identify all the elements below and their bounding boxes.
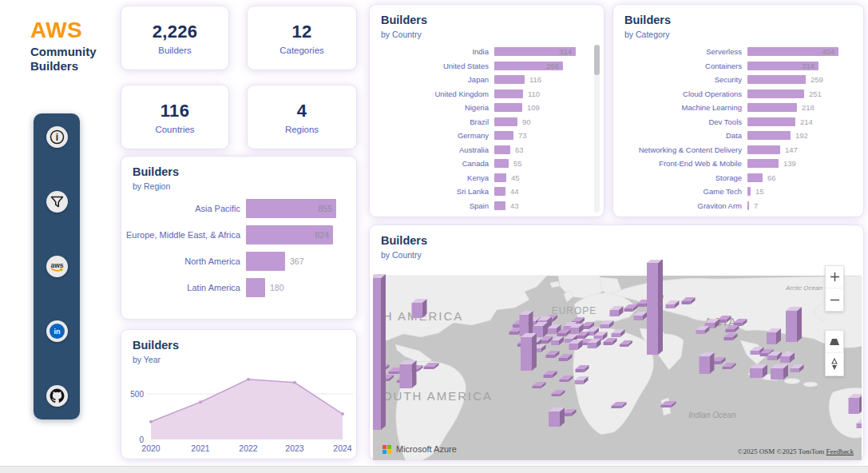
bar[interactable] — [494, 159, 509, 168]
map-column[interactable] — [634, 316, 643, 320]
bar[interactable] — [494, 131, 513, 140]
chart-scrollbar[interactable] — [594, 45, 600, 213]
bar[interactable] — [494, 201, 505, 210]
data-point[interactable] — [199, 400, 202, 403]
bar[interactable] — [747, 201, 749, 210]
map-column[interactable] — [381, 274, 386, 430]
github-button[interactable] — [46, 385, 68, 407]
map-column[interactable] — [412, 360, 417, 388]
filter-button[interactable] — [46, 191, 68, 213]
map-column[interactable] — [570, 328, 579, 334]
bar[interactable] — [747, 187, 751, 196]
map-column[interactable] — [400, 364, 412, 388]
map-column[interactable] — [533, 386, 541, 388]
map-column[interactable] — [549, 411, 560, 427]
data-point[interactable] — [149, 420, 153, 423]
map-column[interactable] — [529, 311, 533, 336]
world-map[interactable]: Arctic OceanArctic OceanNORTH AMERICASOU… — [373, 260, 862, 460]
map-column[interactable] — [424, 367, 434, 369]
map-column[interactable] — [767, 356, 777, 360]
map-column[interactable] — [551, 340, 559, 345]
bar[interactable] — [747, 131, 791, 140]
map-column[interactable] — [786, 311, 797, 342]
map-column[interactable] — [750, 368, 763, 378]
map-column[interactable] — [682, 301, 691, 304]
map-column[interactable] — [780, 356, 790, 363]
map-column[interactable] — [791, 368, 799, 372]
bar[interactable] — [494, 187, 505, 196]
map-column[interactable] — [724, 337, 733, 340]
feedback-link[interactable]: Feedback — [826, 447, 854, 455]
map-column[interactable] — [751, 351, 759, 355]
map-column[interactable] — [600, 324, 609, 328]
map-column[interactable] — [546, 355, 555, 358]
map-column[interactable] — [577, 336, 585, 339]
data-point[interactable] — [341, 412, 344, 415]
bar[interactable] — [747, 89, 804, 98]
page-scrollbar[interactable] — [0, 466, 868, 473]
aws-link-button[interactable]: aws — [46, 256, 68, 277]
map-column[interactable] — [661, 405, 672, 407]
map-column[interactable] — [696, 330, 705, 334]
map-column[interactable] — [771, 368, 783, 380]
map-column[interactable] — [509, 332, 518, 335]
bar[interactable] — [246, 252, 285, 271]
map-column[interactable] — [521, 337, 532, 371]
map-column[interactable] — [612, 333, 620, 337]
bar[interactable] — [494, 89, 523, 98]
map-column[interactable] — [797, 307, 802, 342]
bar[interactable] — [747, 75, 806, 84]
map-column[interactable] — [647, 263, 658, 355]
scrollbar-thumb[interactable] — [594, 45, 600, 75]
bar[interactable] — [494, 117, 517, 126]
map-column[interactable] — [857, 423, 862, 428]
bar[interactable] — [494, 75, 525, 84]
bar[interactable] — [747, 145, 780, 154]
map-column[interactable] — [637, 304, 646, 307]
map-column[interactable] — [532, 333, 537, 371]
map-column[interactable] — [760, 353, 769, 356]
map-column[interactable] — [849, 398, 859, 414]
map-column[interactable] — [620, 344, 628, 347]
map-column[interactable] — [624, 308, 633, 312]
map-column[interactable] — [520, 315, 529, 336]
map-column[interactable] — [575, 380, 584, 384]
bar[interactable] — [494, 103, 522, 112]
map-column[interactable] — [412, 303, 422, 318]
map-column[interactable] — [544, 375, 553, 378]
map-column[interactable] — [612, 406, 622, 408]
map-column[interactable] — [559, 358, 568, 361]
map-column[interactable] — [723, 367, 731, 369]
map-column[interactable] — [604, 342, 612, 345]
map-column[interactable] — [767, 332, 776, 344]
map-column[interactable] — [658, 260, 663, 355]
data-point[interactable] — [247, 378, 250, 381]
zoom-out-button[interactable] — [826, 288, 843, 311]
bar[interactable] — [246, 278, 265, 297]
bar[interactable] — [747, 117, 795, 126]
map-column[interactable] — [557, 333, 566, 336]
info-button[interactable]: i — [46, 126, 68, 148]
map-column[interactable] — [548, 328, 557, 334]
bar[interactable] — [747, 103, 797, 112]
zoom-in-button[interactable] — [826, 266, 843, 288]
bar[interactable] — [494, 173, 506, 182]
compass-button[interactable] — [826, 353, 843, 376]
map-column[interactable] — [373, 278, 381, 430]
tilt-button[interactable] — [826, 331, 843, 353]
map-column[interactable] — [588, 343, 597, 348]
bar[interactable] — [747, 159, 779, 168]
data-point[interactable] — [293, 381, 296, 384]
map-column[interactable] — [560, 380, 569, 382]
map-column[interactable] — [726, 329, 735, 332]
map-column[interactable] — [576, 369, 585, 372]
linkedin-button[interactable]: in — [46, 320, 68, 342]
bar[interactable] — [747, 173, 763, 182]
map-column[interactable] — [610, 310, 619, 316]
map-column[interactable] — [666, 304, 675, 308]
map-column[interactable] — [569, 344, 578, 350]
bar[interactable] — [494, 145, 510, 154]
map-column[interactable] — [389, 372, 399, 374]
map-column[interactable] — [552, 394, 561, 396]
year-area-chart[interactable]: 500020202021202220232024 — [121, 367, 358, 459]
